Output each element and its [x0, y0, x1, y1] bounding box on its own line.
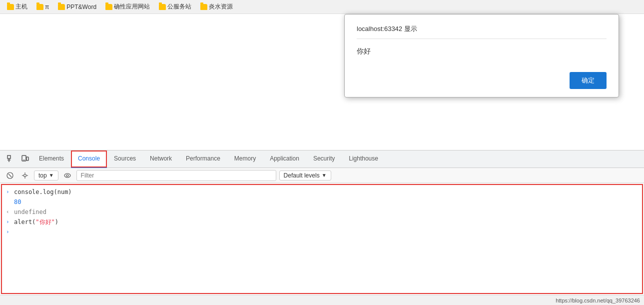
devtools-tab-bar: Elements Console Sources Network Perform…	[0, 150, 644, 168]
console-prompt-line[interactable]: ›	[2, 227, 642, 237]
tab-network[interactable]: Network	[143, 150, 179, 168]
levels-arrow-icon: ▼	[322, 172, 327, 178]
tab-memory[interactable]: Memory	[227, 150, 263, 168]
device-toolbar-icon[interactable]	[18, 152, 32, 166]
status-bar: https://blog.csdn.net/qq_39763246	[0, 295, 644, 305]
context-arrow-icon: ▼	[49, 172, 54, 178]
console-arrow-icon: ›	[6, 188, 11, 196]
console-arrow-icon: ›	[6, 218, 11, 226]
bookmark-pi[interactable]: π	[33, 2, 52, 12]
svg-line-7	[8, 174, 11, 177]
svg-point-14	[66, 174, 68, 176]
alert-dialog: localhost:63342 显示 你好 确定	[344, 14, 619, 98]
folder-icon	[200, 4, 207, 10]
tab-sources[interactable]: Sources	[107, 150, 143, 168]
settings-icon[interactable]	[19, 170, 31, 182]
levels-value: Default levels	[284, 172, 320, 179]
bookmark-bar: 主机 π PPT&Word 确性应用网站 公服务站 炎水资源	[0, 0, 644, 14]
bookmark-label: 确性应用网站	[114, 2, 150, 11]
console-line: 80	[2, 197, 642, 207]
svg-rect-4	[26, 157, 28, 160]
bookmark-label: 炎水资源	[209, 2, 233, 11]
tab-performance[interactable]: Performance	[179, 150, 227, 168]
svg-point-8	[24, 174, 26, 176]
eye-icon[interactable]	[61, 170, 73, 182]
folder-icon	[36, 4, 43, 10]
alert-message: 你好	[357, 47, 607, 62]
context-value: top	[38, 172, 47, 179]
bookmark-label: PPT&Word	[66, 4, 96, 10]
alert-ok-button[interactable]: 确定	[570, 72, 607, 89]
devtools-panel: Elements Console Sources Network Perform…	[0, 150, 644, 305]
context-selector[interactable]: top ▼	[34, 170, 58, 180]
bookmark-apps[interactable]: 确性应用网站	[102, 2, 153, 12]
tab-application[interactable]: Application	[263, 150, 306, 168]
levels-selector[interactable]: Default levels ▼	[279, 170, 331, 180]
bookmark-label: 公服务站	[167, 2, 191, 11]
tab-security[interactable]: Security	[306, 150, 342, 168]
bookmark-ppt[interactable]: PPT&Word	[55, 2, 99, 12]
page-area: localhost:63342 显示 你好 确定	[0, 14, 644, 154]
devtools-toolbar: top ▼ Default levels ▼	[0, 168, 644, 183]
bookmark-resources[interactable]: 炎水资源	[197, 2, 236, 12]
tab-console[interactable]: Console	[71, 150, 107, 168]
filter-input[interactable]	[76, 170, 276, 181]
svg-point-13	[64, 174, 70, 178]
folder-icon	[7, 4, 14, 10]
bookmark-home[interactable]: 主机	[4, 2, 30, 12]
bookmark-services[interactable]: 公服务站	[156, 2, 194, 12]
console-text: undefined	[14, 208, 46, 216]
console-text: console.log(num)	[14, 188, 72, 196]
console-line: › alert("你好")	[2, 217, 642, 227]
bookmark-label: π	[45, 4, 49, 10]
console-arrow-icon: ‹	[6, 208, 11, 216]
clear-console-icon[interactable]	[4, 170, 16, 182]
inspect-element-icon[interactable]	[4, 152, 18, 166]
alert-title: localhost:63342 显示	[357, 24, 607, 39]
svg-rect-0	[7, 156, 10, 158]
folder-icon	[58, 4, 65, 10]
console-text: alert("你好")	[14, 218, 58, 226]
console-value: 80	[14, 198, 21, 206]
alert-buttons: 确定	[357, 72, 607, 89]
status-url: https://blog.csdn.net/qq_39763246	[556, 298, 640, 304]
console-output[interactable]: › console.log(num) 80 ‹ undefined › aler…	[1, 184, 643, 294]
console-string: "你好"	[35, 218, 54, 226]
console-line: ‹ undefined	[2, 207, 642, 217]
folder-icon	[159, 4, 166, 10]
tab-elements[interactable]: Elements	[32, 150, 71, 168]
console-prompt-icon: ›	[6, 228, 11, 236]
folder-icon	[105, 4, 112, 10]
bookmark-label: 主机	[15, 2, 27, 11]
console-line: › console.log(num)	[2, 187, 642, 197]
tab-lighthouse[interactable]: Lighthouse	[342, 150, 385, 168]
